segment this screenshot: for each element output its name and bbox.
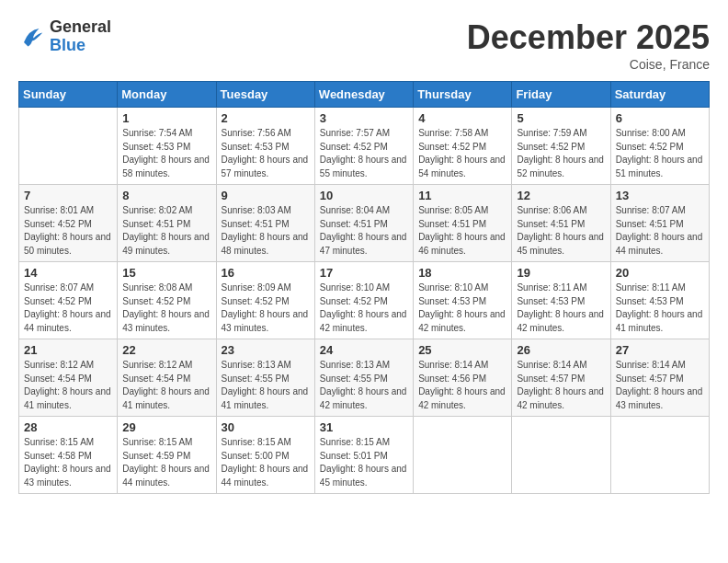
day-number: 26 — [517, 343, 605, 357]
weekday-header-tuesday: Tuesday — [216, 82, 314, 108]
calendar-cell: 10Sunrise: 8:04 AMSunset: 4:51 PMDayligh… — [314, 185, 413, 262]
day-number: 20 — [616, 266, 704, 280]
logo-text: General Blue — [50, 18, 111, 55]
calendar-cell: 16Sunrise: 8:09 AMSunset: 4:52 PMDayligh… — [216, 262, 314, 339]
week-row-2: 7Sunrise: 8:01 AMSunset: 4:52 PMDaylight… — [19, 185, 710, 262]
calendar-cell: 2Sunrise: 7:56 AMSunset: 4:53 PMDaylight… — [216, 108, 314, 185]
logo-bird-icon — [18, 23, 46, 51]
day-number: 23 — [222, 343, 310, 357]
day-info: Sunrise: 8:10 AMSunset: 4:52 PMDaylight:… — [320, 282, 408, 335]
day-info: Sunrise: 8:07 AMSunset: 4:52 PMDaylight:… — [24, 282, 112, 335]
logo: General Blue — [18, 18, 111, 55]
calendar-cell: 23Sunrise: 8:13 AMSunset: 4:55 PMDayligh… — [216, 339, 314, 417]
day-info: Sunrise: 8:11 AMSunset: 4:53 PMDaylight:… — [517, 282, 605, 335]
day-info: Sunrise: 8:11 AMSunset: 4:53 PMDaylight:… — [616, 282, 704, 335]
day-number: 16 — [222, 266, 310, 280]
weekday-header-friday: Friday — [512, 82, 610, 108]
weekday-header-saturday: Saturday — [610, 82, 709, 108]
day-number: 18 — [418, 266, 506, 280]
day-info: Sunrise: 8:14 AMSunset: 4:57 PMDaylight:… — [616, 359, 704, 412]
week-row-1: 1Sunrise: 7:54 AMSunset: 4:53 PMDaylight… — [19, 108, 710, 185]
calendar-cell: 7Sunrise: 8:01 AMSunset: 4:52 PMDaylight… — [19, 185, 118, 262]
calendar-cell — [414, 417, 512, 494]
weekday-header-monday: Monday — [118, 82, 216, 108]
title-block: December 2025 Coise, France — [467, 18, 710, 72]
calendar-cell: 18Sunrise: 8:10 AMSunset: 4:53 PMDayligh… — [414, 262, 512, 339]
calendar-cell: 24Sunrise: 8:13 AMSunset: 4:55 PMDayligh… — [314, 339, 413, 417]
weekday-header-thursday: Thursday — [414, 82, 512, 108]
calendar-cell — [610, 417, 709, 494]
day-info: Sunrise: 8:06 AMSunset: 4:51 PMDaylight:… — [517, 204, 605, 258]
day-info: Sunrise: 8:04 AMSunset: 4:51 PMDaylight:… — [320, 204, 408, 258]
calendar-cell: 5Sunrise: 7:59 AMSunset: 4:52 PMDaylight… — [512, 108, 610, 185]
day-info: Sunrise: 8:14 AMSunset: 4:57 PMDaylight:… — [517, 359, 605, 412]
day-number: 13 — [616, 189, 704, 202]
weekday-header-sunday: Sunday — [19, 82, 118, 108]
day-number: 21 — [24, 343, 112, 357]
day-number: 6 — [616, 111, 704, 125]
day-info: Sunrise: 7:58 AMSunset: 4:52 PMDaylight:… — [418, 127, 506, 180]
calendar-cell: 28Sunrise: 8:15 AMSunset: 4:58 PMDayligh… — [19, 417, 118, 494]
day-number: 19 — [517, 266, 605, 280]
day-number: 30 — [222, 420, 310, 434]
day-number: 3 — [320, 111, 408, 125]
calendar-cell — [512, 417, 610, 494]
calendar-cell: 6Sunrise: 8:00 AMSunset: 4:52 PMDaylight… — [610, 108, 709, 185]
day-info: Sunrise: 8:05 AMSunset: 4:51 PMDaylight:… — [418, 204, 506, 258]
day-number: 9 — [222, 189, 310, 202]
week-row-4: 21Sunrise: 8:12 AMSunset: 4:54 PMDayligh… — [19, 339, 710, 417]
location: Coise, France — [467, 57, 710, 72]
week-row-3: 14Sunrise: 8:07 AMSunset: 4:52 PMDayligh… — [19, 262, 710, 339]
day-info: Sunrise: 8:12 AMSunset: 4:54 PMDaylight:… — [122, 359, 210, 412]
calendar-cell: 31Sunrise: 8:15 AMSunset: 5:01 PMDayligh… — [314, 417, 413, 494]
day-info: Sunrise: 8:10 AMSunset: 4:53 PMDaylight:… — [418, 282, 506, 335]
calendar-cell: 25Sunrise: 8:14 AMSunset: 4:56 PMDayligh… — [414, 339, 512, 417]
day-info: Sunrise: 8:07 AMSunset: 4:51 PMDaylight:… — [616, 204, 704, 258]
day-info: Sunrise: 7:54 AMSunset: 4:53 PMDaylight:… — [122, 127, 210, 180]
day-number: 5 — [517, 111, 605, 125]
day-number: 10 — [320, 189, 408, 202]
day-number: 29 — [122, 420, 210, 434]
day-info: Sunrise: 8:15 AMSunset: 4:59 PMDaylight:… — [122, 436, 210, 489]
calendar-cell: 1Sunrise: 7:54 AMSunset: 4:53 PMDaylight… — [118, 108, 216, 185]
day-number: 25 — [418, 343, 506, 357]
calendar-cell: 4Sunrise: 7:58 AMSunset: 4:52 PMDaylight… — [414, 108, 512, 185]
day-number: 14 — [24, 266, 112, 280]
calendar-cell: 12Sunrise: 8:06 AMSunset: 4:51 PMDayligh… — [512, 185, 610, 262]
day-info: Sunrise: 7:56 AMSunset: 4:53 PMDaylight:… — [222, 127, 310, 180]
day-info: Sunrise: 8:09 AMSunset: 4:52 PMDaylight:… — [222, 282, 310, 335]
day-info: Sunrise: 8:13 AMSunset: 4:55 PMDaylight:… — [320, 359, 408, 412]
day-info: Sunrise: 8:14 AMSunset: 4:56 PMDaylight:… — [418, 359, 506, 412]
month-title: December 2025 — [467, 18, 710, 57]
day-number: 15 — [122, 266, 210, 280]
calendar-cell: 8Sunrise: 8:02 AMSunset: 4:51 PMDaylight… — [118, 185, 216, 262]
logo-blue: Blue — [50, 37, 111, 55]
week-row-5: 28Sunrise: 8:15 AMSunset: 4:58 PMDayligh… — [19, 417, 710, 494]
calendar-cell: 20Sunrise: 8:11 AMSunset: 4:53 PMDayligh… — [610, 262, 709, 339]
day-number: 22 — [122, 343, 210, 357]
calendar-cell: 29Sunrise: 8:15 AMSunset: 4:59 PMDayligh… — [118, 417, 216, 494]
day-number: 1 — [122, 111, 210, 125]
day-info: Sunrise: 8:13 AMSunset: 4:55 PMDaylight:… — [222, 359, 310, 412]
weekday-header-wednesday: Wednesday — [314, 82, 413, 108]
day-number: 11 — [418, 189, 506, 202]
day-number: 27 — [616, 343, 704, 357]
calendar-cell: 26Sunrise: 8:14 AMSunset: 4:57 PMDayligh… — [512, 339, 610, 417]
day-number: 31 — [320, 420, 408, 434]
calendar-cell: 27Sunrise: 8:14 AMSunset: 4:57 PMDayligh… — [610, 339, 709, 417]
day-info: Sunrise: 7:59 AMSunset: 4:52 PMDaylight:… — [517, 127, 605, 180]
calendar-cell: 30Sunrise: 8:15 AMSunset: 5:00 PMDayligh… — [216, 417, 314, 494]
day-number: 7 — [24, 189, 112, 202]
day-info: Sunrise: 8:12 AMSunset: 4:54 PMDaylight:… — [24, 359, 112, 412]
day-info: Sunrise: 8:03 AMSunset: 4:51 PMDaylight:… — [222, 204, 310, 258]
calendar-cell: 21Sunrise: 8:12 AMSunset: 4:54 PMDayligh… — [19, 339, 118, 417]
weekday-header-row: SundayMondayTuesdayWednesdayThursdayFrid… — [19, 82, 710, 108]
day-info: Sunrise: 7:57 AMSunset: 4:52 PMDaylight:… — [320, 127, 408, 180]
logo-general: General — [50, 18, 111, 37]
day-info: Sunrise: 8:15 AMSunset: 5:01 PMDaylight:… — [320, 436, 408, 489]
calendar-cell: 3Sunrise: 7:57 AMSunset: 4:52 PMDaylight… — [314, 108, 413, 185]
day-info: Sunrise: 8:02 AMSunset: 4:51 PMDaylight:… — [122, 204, 210, 258]
page-header: General Blue December 2025 Coise, France — [18, 18, 710, 72]
day-info: Sunrise: 8:15 AMSunset: 4:58 PMDaylight:… — [24, 436, 112, 489]
day-info: Sunrise: 8:15 AMSunset: 5:00 PMDaylight:… — [222, 436, 310, 489]
